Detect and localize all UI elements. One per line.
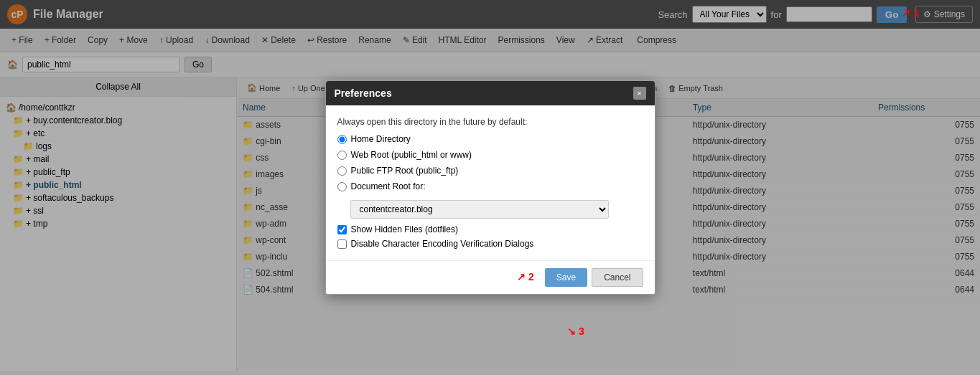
modal-intro: Always open this directory in the future…: [337, 117, 643, 127]
checkbox-encoding[interactable]: Disable Character Encoding Verification …: [337, 239, 643, 249]
radio-webroot[interactable]: Web Root (public_html or www): [337, 150, 643, 160]
modal-body: Always open this directory in the future…: [326, 105, 655, 260]
radio-home-label: Home Directory: [351, 134, 411, 144]
save-button[interactable]: Save: [545, 268, 587, 287]
preferences-modal: Preferences × Always open this directory…: [325, 80, 655, 295]
modal-overlay: Preferences × Always open this directory…: [0, 0, 980, 371]
modal-close-button[interactable]: ×: [633, 87, 646, 100]
radio-docroot-label: Document Root for:: [351, 181, 426, 191]
checkbox-group: Show Hidden Files (dotfiles) Disable Cha…: [337, 224, 643, 249]
radio-docroot-input[interactable]: [337, 182, 347, 191]
encoding-checkbox[interactable]: [337, 239, 347, 249]
checkbox-hidden-files[interactable]: Show Hidden Files (dotfiles): [337, 224, 643, 234]
domain-dropdown-row: contentcreator.blog: [350, 200, 643, 219]
annotation-2: ↗ 2: [517, 271, 534, 283]
radio-group: Home Directory Web Root (public_html or …: [337, 134, 643, 191]
cancel-button[interactable]: Cancel: [592, 268, 643, 287]
annotation-3: ↘ 3: [567, 326, 584, 337]
radio-home[interactable]: Home Directory: [337, 134, 643, 144]
modal-footer: Save Cancel: [326, 260, 655, 294]
radio-webroot-input[interactable]: [337, 151, 347, 160]
modal-header: Preferences ×: [326, 81, 655, 105]
hidden-files-label: Show Hidden Files (dotfiles): [351, 224, 458, 234]
domain-select[interactable]: contentcreator.blog: [350, 200, 609, 219]
radio-ftproot-input[interactable]: [337, 166, 347, 176]
radio-ftproot-label: Public FTP Root (public_ftp): [351, 166, 459, 176]
radio-home-input[interactable]: [337, 135, 347, 144]
annotation-1: ↗ 1: [902, 7, 919, 19]
radio-ftproot[interactable]: Public FTP Root (public_ftp): [337, 166, 643, 176]
hidden-files-checkbox[interactable]: [337, 225, 347, 234]
modal-title: Preferences: [335, 87, 392, 99]
encoding-label: Disable Character Encoding Verification …: [351, 239, 534, 249]
radio-docroot[interactable]: Document Root for:: [337, 181, 643, 191]
radio-webroot-label: Web Root (public_html or www): [351, 150, 472, 160]
